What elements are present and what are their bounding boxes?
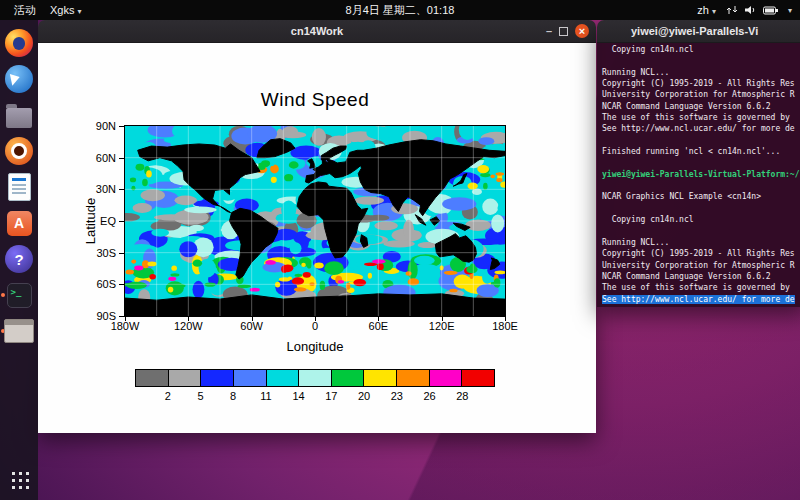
show-applications-button[interactable]	[0, 464, 38, 494]
xgks-window-icon	[4, 319, 34, 343]
terminal-line: Copying cn14n.ncl	[602, 215, 800, 226]
y-tick-label: 60S	[72, 278, 116, 290]
wind-speed-map	[125, 126, 505, 316]
colorbar-segment	[234, 370, 267, 386]
colorbar-level-label: 17	[325, 390, 337, 402]
dock-item-thunderbird[interactable]	[0, 64, 38, 94]
x-tick-mark	[315, 316, 316, 321]
plot-canvas-area: Wind Speed Latitude Longitude 2581114172…	[38, 43, 596, 433]
rhythmbox-icon	[5, 137, 33, 165]
terminal-line: Copyright (C) 1995-2019 - All Rights Res	[602, 79, 800, 90]
y-tick-mark	[119, 221, 124, 222]
show-applications-grid-icon	[9, 469, 30, 490]
x-axis-label: Longitude	[125, 339, 505, 354]
terminal-line	[602, 136, 800, 147]
dock-item-firefox[interactable]	[0, 28, 38, 58]
chart-title: Wind Speed	[125, 89, 505, 111]
input-method-label: zh	[697, 4, 709, 16]
terminal-line: NCAR Graphics NCL Example <cn14n>	[602, 192, 800, 203]
x-tick-mark	[442, 316, 443, 321]
close-button[interactable]: ×	[575, 24, 589, 38]
files-icon	[6, 108, 32, 128]
software-letter: A	[14, 215, 24, 231]
x-tick-label: 60E	[369, 320, 389, 332]
dock-item-help[interactable]: ?	[0, 244, 38, 274]
colorbar-segment	[332, 370, 365, 386]
y-tick-mark	[119, 189, 124, 190]
libreoffice-writer-icon	[8, 173, 31, 201]
terminal-title: yiwei@yiwei-Parallels-Vi	[631, 25, 758, 37]
plot-window-titlebar[interactable]: cn14Work – ×	[38, 20, 596, 43]
x-tick-mark	[188, 316, 189, 321]
top-bar: 活动 Xgks▾ 8月4日 星期二、01:18 zh▾ ▾	[0, 0, 800, 20]
y-tick-mark	[119, 253, 124, 254]
colorbar-segment	[430, 370, 463, 386]
y-tick-mark	[119, 158, 124, 159]
desktop: 活动 Xgks▾ 8月4日 星期二、01:18 zh▾ ▾ A ? >_	[0, 0, 800, 500]
terminal-line	[602, 158, 800, 169]
terminal-line: The use of this software is governed by	[602, 113, 800, 124]
x-tick-mark	[505, 316, 506, 321]
terminal-line	[602, 227, 800, 238]
help-question-mark: ?	[14, 251, 23, 268]
terminal-line: See http://www.ncl.ucar.edu/ for more de	[602, 124, 800, 135]
colorbar-level-label: 26	[423, 390, 435, 402]
terminal-line: Finished running 'ncl < cn14n.ncl'...	[602, 147, 800, 158]
dock-item-rhythmbox[interactable]	[0, 136, 38, 166]
minimize-button[interactable]: –	[546, 26, 552, 37]
terminal-prompt-glyph: >_	[11, 287, 22, 297]
terminal-line: University Corporation for Atmospheric R	[602, 90, 800, 101]
y-tick-label: 30S	[72, 247, 116, 259]
terminal-line	[602, 181, 800, 192]
colorbar-segment	[201, 370, 234, 386]
activities-button[interactable]: 活动	[10, 3, 40, 18]
app-menu[interactable]: Xgks▾	[46, 4, 85, 16]
terminal-line: Running NCL...	[602, 68, 800, 79]
colorbar-level-label: 20	[358, 390, 370, 402]
x-tick-label: 180W	[111, 320, 140, 332]
terminal-line: NCAR Command Language Version 6.6.2	[602, 272, 800, 283]
input-method-indicator[interactable]: zh▾	[693, 4, 720, 16]
dock-item-xgks[interactable]	[0, 316, 38, 346]
colorbar-segment	[299, 370, 332, 386]
x-tick-label: 60W	[240, 320, 263, 332]
help-icon: ?	[5, 245, 33, 273]
colorbar-segment	[462, 370, 494, 386]
battery-icon	[763, 6, 779, 15]
terminal-titlebar[interactable]: yiwei@yiwei-Parallels-Vi	[597, 20, 800, 43]
dock-item-files[interactable]	[0, 100, 38, 130]
colorbar-labels: 25811141720232628	[135, 390, 495, 404]
colorbar-segment	[169, 370, 202, 386]
terminal-line	[602, 204, 800, 215]
x-tick-label: 180E	[492, 320, 518, 332]
map-frame	[124, 125, 506, 317]
colorbar-level-label: 2	[165, 390, 171, 402]
x-tick-label: 120E	[429, 320, 455, 332]
colorbar-level-label: 8	[230, 390, 236, 402]
dock-item-software[interactable]: A	[0, 208, 38, 238]
dock-item-writer[interactable]	[0, 172, 38, 202]
terminal-icon: >_	[7, 283, 32, 308]
volume-icon	[744, 5, 757, 15]
network-icon	[726, 5, 738, 15]
x-tick-mark	[378, 316, 379, 321]
chevron-down-icon: ▾	[712, 7, 716, 16]
clock[interactable]: 8月4日 星期二、01:18	[342, 4, 459, 16]
dock-item-terminal[interactable]: >_	[0, 280, 38, 310]
plot-window: cn14Work – × Wind Speed Latitude Longitu…	[38, 20, 596, 433]
ubuntu-software-icon: A	[7, 211, 32, 236]
y-tick-label: 90S	[72, 310, 116, 322]
colorbar-level-label: 14	[293, 390, 305, 402]
maximize-button[interactable]	[559, 27, 568, 36]
terminal-body[interactable]: Copying cn14n.ncl Running NCL...Copyrigh…	[597, 43, 800, 307]
x-tick-mark	[125, 316, 126, 321]
terminal-line: The use of this software is governed by	[602, 283, 800, 294]
colorbar	[135, 369, 495, 387]
x-tick-mark	[252, 316, 253, 321]
firefox-icon	[5, 29, 33, 57]
y-tick-label: 30N	[72, 183, 116, 195]
system-menu-chevron-icon[interactable]: ▾	[788, 6, 792, 15]
y-tick-mark	[119, 126, 124, 127]
terminal-window: yiwei@yiwei-Parallels-Vi Copying cn14n.n…	[597, 20, 800, 307]
y-tick-label: 90N	[72, 120, 116, 132]
